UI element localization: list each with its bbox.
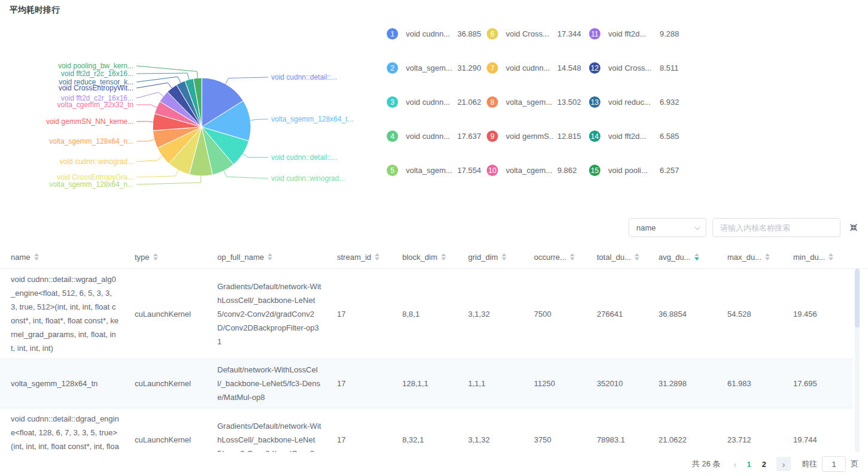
sort-carets-icon	[828, 253, 833, 260]
legend-item[interactable]: 8volta_sgem...13.502	[487, 85, 589, 119]
sort-carets-icon	[375, 253, 380, 260]
legend-avg-value: 31.290	[457, 63, 481, 72]
legend-kernel-name: void cudnn...	[406, 29, 454, 38]
rank-badge: 12	[589, 62, 600, 74]
pie-label-line	[136, 83, 172, 88]
column-header-op_full_name[interactable]: op_full_name	[207, 253, 326, 262]
column-label: total_du...	[597, 253, 631, 262]
rank-badge: 11	[589, 28, 600, 40]
column-header-block_dim[interactable]: block_dim	[391, 253, 457, 262]
page-number-1[interactable]: 1	[747, 460, 751, 469]
legend-kernel-name: void cudnn...	[506, 63, 554, 72]
column-header-avg_duration[interactable]: avg_du...	[648, 253, 717, 262]
legend-item[interactable]: 5volta_sgem...17.554	[387, 153, 487, 187]
legend-kernel-name: void cudnn...	[406, 98, 454, 107]
column-header-occurrence[interactable]: occurre...	[523, 253, 586, 262]
column-header-total_duration[interactable]: total_du...	[586, 253, 648, 262]
cell-occurrence: 3750	[523, 429, 586, 450]
filter-field-value: name	[636, 223, 656, 232]
column-label: occurre...	[534, 253, 566, 262]
pie-label-line	[136, 122, 153, 122]
column-header-min_duration[interactable]: min_du...	[782, 253, 853, 262]
pie-label-line	[136, 105, 157, 107]
pie-label: void gemmSN_NN_kerne...	[46, 117, 133, 126]
legend-item[interactable]: 15void pooli...6.257	[589, 153, 688, 187]
cell-avg_duration: 31.2898	[648, 373, 717, 394]
legend-avg-value: 17.554	[457, 166, 481, 175]
pie-label-line	[136, 77, 181, 83]
legend-kernel-name: volta_sgem...	[406, 63, 454, 72]
table-header-row: nametypeop_full_namestream_idblock_dimgr…	[0, 245, 868, 268]
cell-stream_id: 17	[326, 429, 391, 450]
goto-page-input[interactable]	[822, 456, 846, 472]
legend-avg-value: 6.585	[660, 132, 679, 141]
cell-max_duration: 54.528	[717, 304, 782, 325]
avg-duration-chart: void cudnn::detail::...volta_sgemm_128x6…	[0, 16, 868, 213]
column-label: min_du...	[793, 253, 825, 262]
pie-label: volta_sgemm_128x64_n...	[49, 137, 133, 145]
legend-item[interactable]: 4void cudnn...17.637	[387, 119, 487, 153]
cell-min_duration: 19.744	[782, 429, 853, 450]
legend-item[interactable]: 3void cudnn...21.062	[387, 85, 487, 119]
pie-label: void cudnn::winograd...	[60, 157, 133, 166]
cell-block_dim: 8,8,1	[391, 304, 457, 325]
legend-avg-value: 9.288	[660, 29, 679, 38]
prev-page-button[interactable]: ‹	[734, 459, 737, 469]
pie-label-line	[136, 92, 163, 98]
rank-badge: 13	[589, 96, 600, 108]
rank-badge: 15	[589, 165, 600, 176]
rank-badge: 14	[589, 131, 600, 142]
cell-min_duration: 17.695	[782, 373, 853, 394]
rank-badge: 3	[387, 96, 398, 108]
chevron-down-icon	[694, 224, 700, 230]
filter-field-select[interactable]: name	[629, 218, 706, 237]
sort-carets-icon	[153, 253, 158, 260]
legend-kernel-name: volta_cgem...	[506, 166, 554, 175]
pie-label: void reduce_tensor_k...	[59, 78, 133, 86]
chart-ranking-legend: 1void cudnn...36.8852volta_sgem...31.290…	[387, 17, 688, 187]
column-header-name[interactable]: name	[0, 253, 124, 262]
column-header-grid_dim[interactable]: grid_dim	[457, 253, 523, 262]
column-header-max_duration[interactable]: max_du...	[717, 253, 782, 262]
legend-kernel-name: volta_sgem...	[406, 166, 454, 175]
cell-op_full_name: Default/network-WithLossCell/_backbone-L…	[207, 359, 326, 408]
scrollbar-thumb[interactable]	[855, 269, 860, 328]
legend-item[interactable]: 1void cudnn...36.885	[387, 17, 487, 51]
page-title: 平均耗时排行	[0, 0, 868, 16]
pie-chart: void cudnn::detail::...volta_sgemm_128x6…	[0, 16, 395, 213]
legend-item[interactable]: 12void Cross...8.511	[589, 51, 688, 85]
kernel-search-input[interactable]	[712, 218, 840, 237]
legend-item[interactable]: 6void Cross...17.344	[487, 17, 589, 51]
page-number-2[interactable]: 2	[762, 460, 766, 469]
pie-label: void fft2d_r2c_16x16...	[61, 69, 133, 78]
legend-kernel-name: void fft2d...	[608, 29, 656, 38]
cell-occurrence: 7500	[523, 304, 586, 325]
column-header-stream_id[interactable]: stream_id	[326, 253, 391, 262]
legend-avg-value: 8.511	[660, 63, 679, 72]
pie-label-line	[136, 176, 201, 184]
legend-avg-value: 36.885	[457, 29, 481, 38]
pie-label: void cudnn::detail::...	[271, 153, 337, 162]
legend-item[interactable]: 11void fft2d...9.288	[589, 17, 688, 51]
legend-item[interactable]: 14void fft2d...6.585	[589, 119, 688, 153]
legend-item[interactable]: 13void reduc...6.932	[589, 85, 688, 119]
fullscreen-icon[interactable]	[849, 223, 858, 232]
rank-badge: 10	[487, 165, 498, 176]
pie-label-line	[243, 154, 268, 157]
legend-item[interactable]: 2volta_sgem...31.290	[387, 51, 487, 85]
pie-label: volta_sgemm_128x64_n...	[49, 180, 133, 189]
legend-item[interactable]: 9void gemmS...12.815	[487, 119, 589, 153]
legend-avg-value: 12.815	[557, 132, 581, 141]
cell-op_full_name: Gradients/Default/network-WithLossCell/_…	[207, 276, 326, 352]
rank-badge: 5	[387, 165, 398, 176]
cell-type: cuLaunchKernel	[124, 304, 207, 325]
next-page-button[interactable]: ›	[776, 457, 791, 471]
cell-max_duration: 23.712	[717, 429, 782, 450]
column-header-type[interactable]: type	[124, 253, 207, 262]
legend-item[interactable]: 10volta_cgem...9.862	[487, 153, 589, 187]
legend-item[interactable]: 7void cudnn...14.548	[487, 51, 589, 85]
legend-avg-value: 9.862	[557, 166, 577, 175]
column-label: avg_du...	[658, 253, 691, 262]
rank-badge: 8	[487, 96, 498, 108]
rank-badge: 1	[387, 28, 398, 40]
